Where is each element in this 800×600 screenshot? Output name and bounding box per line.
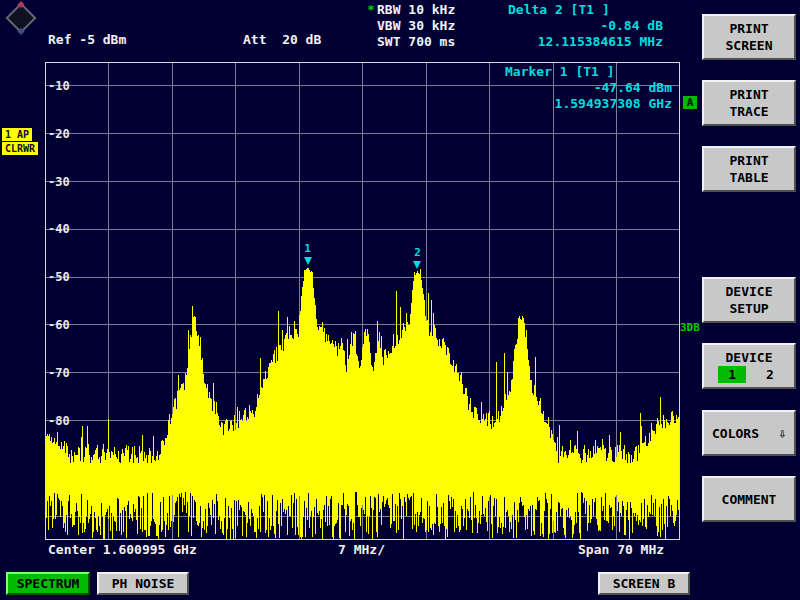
logo-accent (17, 1, 24, 8)
graticule: -10-20-30-40-50-60-70-80 (45, 62, 680, 540)
screen-b-button[interactable]: SCREEN B (598, 572, 690, 595)
y-axis-label: -20 (48, 127, 70, 141)
delta-marker-frequency: 12.115384615 MHz (508, 35, 663, 49)
softkey-label: COLORS (712, 425, 759, 442)
delta-marker-level: -0.84 dB (508, 19, 663, 33)
screen-a-badge: A (683, 96, 697, 109)
y-axis-label: -50 (48, 270, 70, 284)
coupled-function-star: * (367, 3, 375, 17)
filter-3db-label: 3DB (680, 321, 700, 335)
softkey-label: TABLE (729, 169, 768, 186)
trace-mode-detector: CLRWR (2, 142, 38, 155)
plot-area (45, 62, 680, 540)
logo-accent-2 (17, 28, 24, 35)
center-frequency-label: Center 1.600995 GHz (48, 543, 197, 557)
marker-2-symbol: 2 (412, 247, 422, 269)
y-axis-label: -80 (48, 414, 70, 428)
softkey-print-trace[interactable]: PRINT TRACE (702, 80, 796, 126)
softkey-device-setup[interactable]: DEVICE SETUP (702, 277, 796, 323)
softkey-label: PRINT (729, 152, 768, 169)
softkey-label: PRINT (729, 20, 768, 37)
softkey-label: SETUP (729, 300, 768, 317)
softkey-label: TRACE (729, 103, 768, 120)
softkey-device-select[interactable]: DEVICE 1 2 (702, 343, 796, 389)
marker-1-symbol: 1 (303, 243, 313, 265)
marker-readout-level: -47.64 dBm (505, 81, 672, 95)
softkey-label: COMMENT (722, 491, 777, 508)
marker-readout-frequency: 1.594937308 GHz (505, 97, 672, 111)
rs-logo (5, 2, 36, 33)
attenuation-readout: Att 20 dB (243, 33, 321, 47)
marker-triangle-icon (304, 257, 312, 265)
device-option-1-selected[interactable]: 1 (718, 366, 746, 383)
softkey-label: DEVICE (726, 283, 773, 300)
per-division-label: 7 MHz/ (338, 543, 385, 557)
y-axis-label: -10 (48, 79, 70, 93)
y-axis-label: -40 (48, 222, 70, 236)
spectrum-analyzer-screen: Ref -5 dBm Att 20 dB * RBW 10 kHz VBW 30… (0, 0, 800, 600)
softkey-print-screen[interactable]: PRINT SCREEN (702, 14, 796, 60)
trace-mode-number: 1 AP (2, 128, 32, 141)
softkey-label: SCREEN (726, 37, 773, 54)
delta-marker-title: Delta 2 [T1 ] (508, 3, 610, 17)
y-axis-label: -70 (48, 366, 70, 380)
rbw-readout: RBW 10 kHz (377, 3, 455, 17)
device-option-2[interactable]: 2 (760, 366, 780, 383)
marker-1-number: 1 (304, 243, 311, 255)
y-axis-label: -60 (48, 318, 70, 332)
ph-noise-mode-button[interactable]: PH NOISE (97, 572, 189, 595)
device-toggle: 1 2 (718, 366, 780, 383)
softkey-comment[interactable]: COMMENT (702, 476, 796, 522)
spectrum-mode-button[interactable]: SPECTRUM (6, 572, 90, 595)
span-label: Span 70 MHz (578, 543, 664, 557)
marker-2-number: 2 (414, 247, 421, 259)
vbw-readout: VBW 30 kHz (377, 19, 455, 33)
y-axis-label: -30 (48, 175, 70, 189)
ref-level-readout: Ref -5 dBm (48, 33, 126, 47)
marker-triangle-icon (413, 261, 421, 269)
softkey-colors[interactable]: COLORS ⇩ (702, 410, 796, 456)
down-arrow-icon: ⇩ (778, 425, 786, 442)
marker-readout-title: Marker 1 [T1 ] (505, 65, 615, 79)
softkey-label: PRINT (729, 86, 768, 103)
softkey-label: DEVICE (726, 349, 773, 366)
softkey-print-table[interactable]: PRINT TABLE (702, 146, 796, 192)
swt-readout: SWT 700 ms (377, 35, 455, 49)
